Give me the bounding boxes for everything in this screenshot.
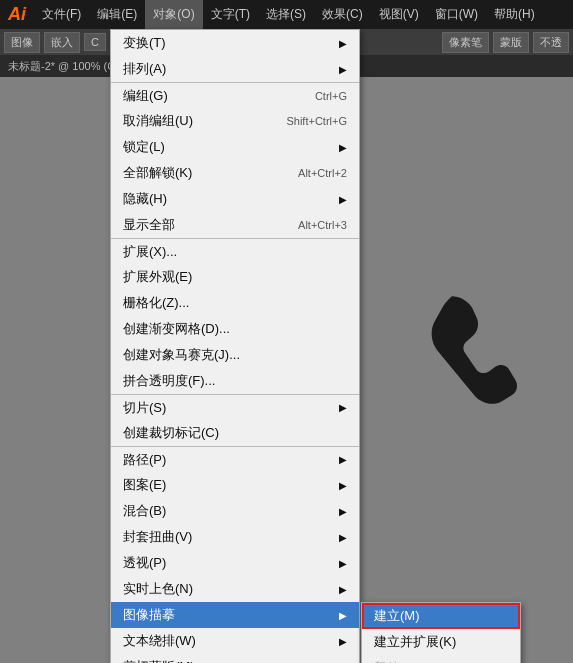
arrow-icon: ▶ [339,402,347,413]
menu-item-slice[interactable]: 切片(S) ▶ [111,394,359,420]
menu-item-crop-marks[interactable]: 创建裁切标记(C) [111,420,359,446]
menu-item-unlock-all[interactable]: 全部解锁(K) Alt+Ctrl+2 [111,160,359,186]
menu-item-clipping-mask[interactable]: 剪切蒙版(M) ▶ [111,654,359,663]
menu-item-rasterize[interactable]: 栅格化(Z)... [111,290,359,316]
submenu-item-release[interactable]: 释放(R) [362,655,520,663]
arrow-icon: ▶ [339,454,347,465]
object-menu-dropdown[interactable]: 变换(T) ▶ 排列(A) ▶ 编组(G) Ctrl+G 取消编组(U) Shi… [110,29,360,663]
submenu-item-establish[interactable]: 建立(M) [362,603,520,629]
arrow-icon: ▶ [339,38,347,49]
toolbar-image[interactable]: 图像 [4,32,40,53]
menu-help[interactable]: 帮助(H) [486,0,543,29]
menu-object[interactable]: 对象(O) [145,0,202,29]
menu-item-perspective[interactable]: 透视(P) ▶ [111,550,359,576]
menu-item-image-trace[interactable]: 图像描摹 ▶ 建立(M) 建立并扩展(K) 释放(R) 扩展(E) [111,602,359,628]
menu-item-expand-appearance[interactable]: 扩展外观(E) [111,264,359,290]
menu-item-flatten-transparency[interactable]: 拼合透明度(F)... [111,368,359,394]
menu-item-path[interactable]: 路径(P) ▶ [111,446,359,472]
title-bar: Ai 文件(F) 编辑(E) 对象(O) 文字(T) 选择(S) 效果(C) 视… [0,0,573,29]
menu-text[interactable]: 文字(T) [203,0,258,29]
menu-item-group[interactable]: 编组(G) Ctrl+G [111,82,359,108]
trace-submenu[interactable]: 建立(M) 建立并扩展(K) 释放(R) 扩展(E) [361,602,521,663]
arrow-icon: ▶ [339,194,347,205]
menu-file[interactable]: 文件(F) [34,0,89,29]
arrow-icon: ▶ [339,142,347,153]
submenu-item-establish-expand[interactable]: 建立并扩展(K) [362,629,520,655]
phone-icon [403,285,533,455]
menu-item-blend[interactable]: 混合(B) ▶ [111,498,359,524]
menu-view[interactable]: 视图(V) [371,0,427,29]
toolbar-notransparent[interactable]: 不透 [533,32,569,53]
menu-item-gradient-mesh[interactable]: 创建渐变网格(D)... [111,316,359,342]
menu-item-arrange[interactable]: 排列(A) ▶ [111,56,359,82]
arrow-icon: ▶ [339,480,347,491]
arrow-icon: ▶ [339,506,347,517]
menu-item-envelope-distort[interactable]: 封套扭曲(V) ▶ [111,524,359,550]
arrow-icon: ▶ [339,64,347,75]
toolbar-embed[interactable]: 嵌入 [44,32,80,53]
arrow-icon: ▶ [339,610,347,621]
menu-item-transform[interactable]: 变换(T) ▶ [111,30,359,56]
ai-logo: Ai [0,4,34,25]
toolbar-c[interactable]: C [84,33,106,51]
menu-bar: 文件(F) 编辑(E) 对象(O) 文字(T) 选择(S) 效果(C) 视图(V… [34,0,573,29]
menu-item-show-all[interactable]: 显示全部 Alt+Ctrl+3 [111,212,359,238]
toolbar-pixel-pen[interactable]: 像素笔 [442,32,489,53]
menu-window[interactable]: 窗口(W) [427,0,486,29]
menu-item-expand[interactable]: 扩展(X)... [111,238,359,264]
menu-item-hide[interactable]: 隐藏(H) ▶ [111,186,359,212]
menu-item-text-wrap[interactable]: 文本绕排(W) ▶ [111,628,359,654]
menu-select[interactable]: 选择(S) [258,0,314,29]
menu-edit[interactable]: 编辑(E) [89,0,145,29]
toolbar-mask[interactable]: 蒙版 [493,32,529,53]
arrow-icon: ▶ [339,532,347,543]
arrow-icon: ▶ [339,636,347,647]
arrow-icon: ▶ [339,584,347,595]
menu-item-mosaic[interactable]: 创建对象马赛克(J)... [111,342,359,368]
menu-item-live-paint[interactable]: 实时上色(N) ▶ [111,576,359,602]
menu-effect[interactable]: 效果(C) [314,0,371,29]
menu-item-ungroup[interactable]: 取消编组(U) Shift+Ctrl+G [111,108,359,134]
arrow-icon: ▶ [339,558,347,569]
menu-item-lock[interactable]: 锁定(L) ▶ [111,134,359,160]
menu-item-pattern[interactable]: 图案(E) ▶ [111,472,359,498]
